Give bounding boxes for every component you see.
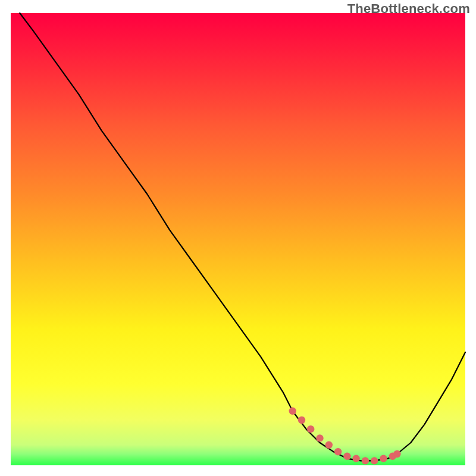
optimal-marker — [289, 408, 296, 415]
bottleneck-chart — [0, 0, 476, 476]
chart-stage: TheBottleneck.com — [0, 0, 476, 476]
optimal-marker — [362, 457, 369, 464]
optimal-marker — [393, 450, 400, 458]
optimal-marker — [325, 441, 333, 449]
optimal-marker — [343, 453, 350, 460]
optimal-marker — [352, 455, 359, 462]
plot-area — [11, 13, 465, 465]
optimal-marker — [334, 448, 342, 455]
optimal-marker — [298, 416, 305, 424]
optimal-marker — [316, 434, 323, 441]
optimal-marker — [371, 457, 378, 464]
optimal-marker — [380, 455, 387, 462]
optimal-marker — [307, 425, 314, 433]
